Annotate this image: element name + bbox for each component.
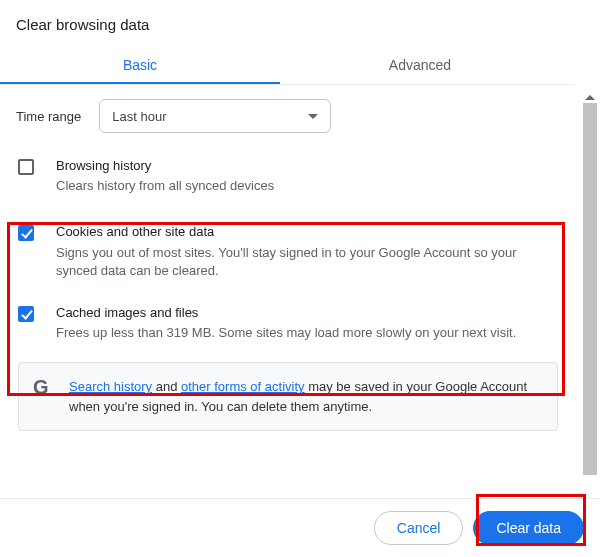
clear-browsing-data-dialog: Clear browsing data Basic Advanced Time … — [0, 0, 600, 557]
other-activity-link[interactable]: other forms of activity — [181, 379, 305, 394]
cache-checkbox[interactable] — [18, 306, 34, 322]
option-text: Browsing history Clears history from all… — [56, 157, 274, 195]
scroll-up-icon — [585, 95, 595, 100]
google-icon: G — [33, 377, 55, 397]
dialog-content: Time range Last hour Browsing history Cl… — [0, 84, 574, 431]
dialog-title: Clear browsing data — [0, 0, 600, 47]
clear-data-button[interactable]: Clear data — [473, 511, 584, 545]
option-cookies: Cookies and other site data Signs you ou… — [0, 199, 574, 284]
time-range-select[interactable]: Last hour — [99, 99, 331, 133]
google-account-info: G Search history and other forms of acti… — [18, 362, 558, 431]
option-description: Frees up less than 319 MB. Some sites ma… — [56, 324, 516, 342]
option-cache: Cached images and files Frees up less th… — [0, 284, 574, 346]
time-range-label: Time range — [16, 109, 81, 124]
option-title: Cookies and other site data — [56, 223, 558, 241]
browsing-history-checkbox[interactable] — [18, 159, 34, 175]
option-description: Signs you out of most sites. You'll stay… — [56, 244, 558, 280]
chevron-down-icon — [308, 114, 318, 119]
time-range-value: Last hour — [112, 109, 166, 124]
option-title: Browsing history — [56, 157, 274, 175]
cancel-button[interactable]: Cancel — [374, 511, 464, 545]
option-text: Cookies and other site data Signs you ou… — [56, 223, 558, 280]
tab-basic[interactable]: Basic — [0, 47, 280, 85]
tab-advanced[interactable]: Advanced — [280, 47, 560, 85]
search-history-link[interactable]: Search history — [69, 379, 152, 394]
cookies-checkbox[interactable] — [18, 225, 34, 241]
time-range-row: Time range Last hour — [0, 85, 574, 143]
scrollbar-thumb[interactable] — [583, 103, 597, 475]
option-description: Clears history from all synced devices — [56, 177, 274, 195]
dialog-footer: Cancel Clear data — [0, 498, 600, 557]
info-text-part: and — [152, 379, 181, 394]
info-text: Search history and other forms of activi… — [69, 377, 543, 416]
scrollbar[interactable] — [582, 92, 598, 492]
option-text: Cached images and files Frees up less th… — [56, 304, 516, 342]
option-title: Cached images and files — [56, 304, 516, 322]
tabs: Basic Advanced — [0, 47, 560, 85]
option-browsing-history: Browsing history Clears history from all… — [0, 143, 574, 199]
